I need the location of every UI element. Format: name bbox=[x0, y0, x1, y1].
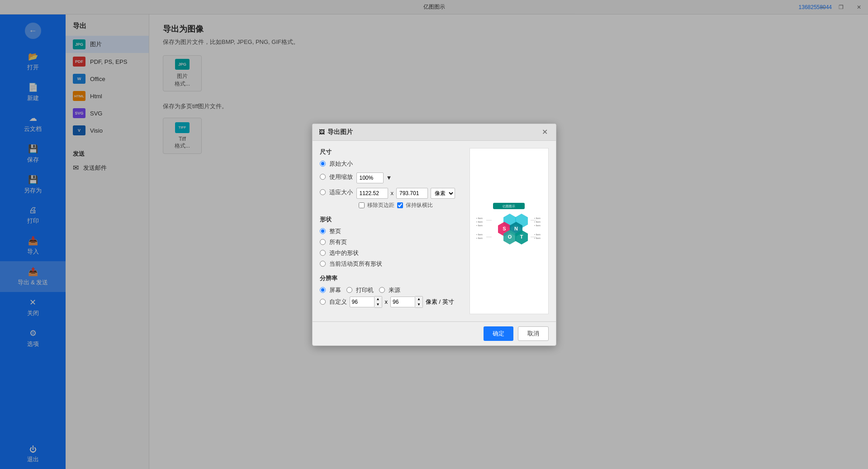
svg-text:• Item: • Item bbox=[534, 224, 541, 227]
fit-size-radio[interactable] bbox=[320, 189, 326, 195]
screen-radio[interactable] bbox=[320, 287, 326, 293]
selected-shapes-label: 选中的形状 bbox=[329, 249, 359, 257]
dialog-body: 尺寸 原始大小 使用缩放 ▼ bbox=[313, 141, 556, 321]
shape-section-title: 形状 bbox=[320, 215, 464, 224]
all-pages-option[interactable]: 所有页 bbox=[320, 238, 464, 246]
custom-h-down[interactable]: ▼ bbox=[415, 302, 422, 307]
height-input[interactable] bbox=[396, 188, 428, 199]
width-input[interactable] bbox=[356, 188, 388, 199]
resolution-section-title: 分辨率 bbox=[320, 274, 464, 282]
current-page-option[interactable]: 当前活动页所有形状 bbox=[320, 260, 464, 268]
fit-size-input-row: x 像素 毫米 英寸 bbox=[356, 188, 455, 199]
svg-text:• Item: • Item bbox=[476, 217, 483, 220]
scale-input[interactable] bbox=[356, 172, 384, 183]
custom-w-spinner: ▲ ▼ bbox=[350, 296, 382, 308]
svg-text:• Item: • Item bbox=[476, 220, 483, 223]
custom-radio[interactable] bbox=[320, 299, 326, 305]
scale-dropdown-icon: ▼ bbox=[386, 174, 392, 181]
keep-ratio-label: 保持纵横比 bbox=[406, 201, 433, 209]
scale-radio[interactable] bbox=[320, 174, 326, 180]
svg-text:S: S bbox=[503, 226, 506, 231]
whole-page-radio[interactable] bbox=[320, 228, 326, 234]
printer-label: 打印机 bbox=[356, 286, 374, 294]
printer-radio[interactable] bbox=[346, 287, 352, 293]
custom-w-input[interactable] bbox=[350, 297, 375, 307]
source-option[interactable]: 来源 bbox=[379, 286, 400, 294]
unit-select[interactable]: 像素 毫米 英寸 bbox=[431, 188, 455, 199]
shape-radio-group: 整页 所有页 选中的形状 当前活动页所有形状 bbox=[320, 227, 464, 268]
svg-text:• Item: • Item bbox=[476, 224, 483, 227]
svg-text:——: —— bbox=[486, 219, 492, 221]
svg-text:• Item: • Item bbox=[534, 217, 541, 220]
original-size-option[interactable]: 原始大小 bbox=[320, 160, 464, 168]
fit-size-label: 适应大小 bbox=[329, 188, 353, 196]
original-size-radio[interactable] bbox=[320, 161, 326, 167]
times-sign: x bbox=[391, 190, 394, 196]
scale-option[interactable]: 使用缩放 ▼ bbox=[320, 171, 464, 183]
resolution-radio-row: 屏幕 打印机 来源 bbox=[320, 286, 464, 294]
dialog-title: 导出图片 bbox=[327, 128, 353, 136]
margin-checkbox-row: 移除页边距 保持纵横比 bbox=[320, 201, 464, 209]
size-radio-group: 原始大小 使用缩放 ▼ 适应大小 bbox=[320, 160, 464, 199]
scale-input-row: ▼ bbox=[356, 172, 392, 183]
dialog-footer: 确定 取消 bbox=[313, 321, 556, 345]
fit-size-option[interactable]: 适应大小 x 像素 毫米 英寸 bbox=[320, 186, 464, 199]
dialog-close-button[interactable]: ✕ bbox=[541, 128, 550, 137]
custom-option[interactable]: 自定义 bbox=[320, 298, 347, 306]
screen-option[interactable]: 屏幕 bbox=[320, 286, 341, 294]
shape-section: 形状 整页 所有页 选中的形状 bbox=[320, 215, 464, 268]
svg-text:T: T bbox=[520, 234, 523, 239]
original-size-label: 原始大小 bbox=[329, 160, 353, 168]
source-radio[interactable] bbox=[379, 287, 385, 293]
custom-w-spinner-btns: ▲ ▼ bbox=[375, 296, 382, 308]
screen-label: 屏幕 bbox=[329, 286, 341, 294]
source-label: 来源 bbox=[389, 286, 400, 294]
dialog-title-icon: 🖼 bbox=[319, 129, 325, 135]
whole-page-option[interactable]: 整页 bbox=[320, 227, 464, 235]
dialog-preview-panel: 亿图图示 S N O T bbox=[470, 148, 549, 314]
svg-text:• Item: • Item bbox=[476, 233, 483, 236]
custom-times: x bbox=[385, 298, 388, 305]
scale-label: 使用缩放 bbox=[329, 173, 353, 181]
preview-diagram: 亿图图示 S N O T bbox=[473, 195, 545, 267]
current-page-label: 当前活动页所有形状 bbox=[329, 260, 382, 268]
whole-page-label: 整页 bbox=[329, 227, 341, 235]
custom-h-up[interactable]: ▲ bbox=[415, 297, 422, 302]
keep-ratio-checkbox[interactable] bbox=[397, 202, 403, 208]
custom-h-spinner: ▲ ▼ bbox=[390, 296, 423, 308]
svg-text:• Item: • Item bbox=[534, 237, 541, 239]
current-page-radio[interactable] bbox=[320, 261, 326, 267]
all-pages-label: 所有页 bbox=[329, 238, 347, 246]
svg-text:• Item: • Item bbox=[534, 233, 541, 236]
custom-resolution-row: 自定义 ▲ ▼ x ▲ bbox=[320, 296, 464, 308]
svg-text:——: —— bbox=[486, 235, 492, 238]
custom-label: 自定义 bbox=[329, 298, 347, 306]
remove-margin-checkbox[interactable] bbox=[359, 202, 365, 208]
size-section-title: 尺寸 bbox=[320, 148, 464, 156]
svg-text:• Item: • Item bbox=[534, 220, 541, 223]
cancel-button[interactable]: 取消 bbox=[518, 326, 549, 341]
dialog-overlay: 🖼 导出图片 ✕ 尺寸 原始大小 使 bbox=[0, 0, 868, 469]
selected-shapes-option[interactable]: 选中的形状 bbox=[320, 249, 464, 257]
svg-text:• Item: • Item bbox=[476, 237, 483, 239]
custom-unit-label: 像素 / 英寸 bbox=[426, 298, 454, 306]
printer-option[interactable]: 打印机 bbox=[346, 286, 374, 294]
selected-shapes-radio[interactable] bbox=[320, 250, 326, 256]
custom-h-input[interactable] bbox=[390, 297, 415, 307]
size-section: 尺寸 原始大小 使用缩放 ▼ bbox=[320, 148, 464, 209]
custom-w-down[interactable]: ▼ bbox=[375, 302, 382, 307]
custom-h-spinner-btns: ▲ ▼ bbox=[415, 296, 423, 308]
dialog-title-row: 🖼 导出图片 bbox=[319, 128, 353, 136]
custom-w-up[interactable]: ▲ bbox=[375, 297, 382, 302]
all-pages-radio[interactable] bbox=[320, 239, 326, 245]
svg-text:O: O bbox=[508, 234, 512, 239]
svg-text:N: N bbox=[514, 226, 518, 231]
confirm-button[interactable]: 确定 bbox=[484, 326, 513, 341]
remove-margin-label: 移除页边距 bbox=[367, 201, 394, 209]
resolution-section: 分辨率 屏幕 打印机 来源 bbox=[320, 274, 464, 308]
svg-text:亿图图示: 亿图图示 bbox=[502, 205, 515, 208]
dialog-header: 🖼 导出图片 ✕ bbox=[313, 124, 556, 141]
export-dialog: 🖼 导出图片 ✕ 尺寸 原始大小 使 bbox=[312, 124, 556, 346]
dialog-left-panel: 尺寸 原始大小 使用缩放 ▼ bbox=[320, 148, 464, 314]
